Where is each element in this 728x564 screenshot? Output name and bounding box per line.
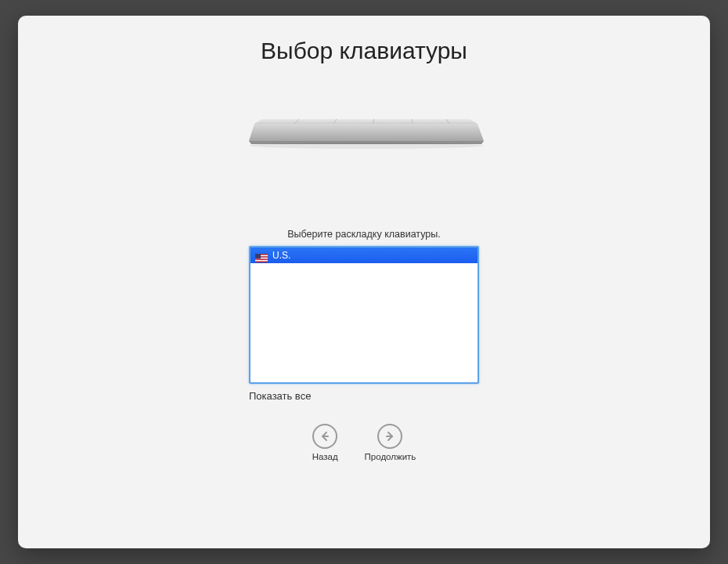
flag-icon-us (255, 251, 268, 260)
page-title: Выбор клавиатуры (261, 38, 467, 64)
keyboard-layout-list[interactable]: U.S. (249, 246, 479, 384)
svg-point-8 (249, 143, 484, 149)
layout-item-label: U.S. (272, 250, 290, 261)
instruction-text: Выберите раскладку клавиатуры. (287, 229, 440, 240)
layout-item-us[interactable]: U.S. (250, 248, 478, 263)
arrow-left-circle-icon (312, 424, 337, 449)
svg-marker-0 (254, 119, 478, 124)
keyboard-illustration (243, 113, 485, 160)
continue-button[interactable]: Продолжить (365, 424, 416, 461)
continue-button-label: Продолжить (365, 452, 416, 461)
navigation-buttons: Назад Продолжить (312, 424, 416, 461)
back-button[interactable]: Назад (312, 424, 338, 461)
setup-assistant-window: Выбор клавиатуры (18, 16, 710, 548)
svg-rect-13 (255, 254, 261, 258)
back-button-label: Назад (312, 452, 338, 461)
svg-rect-12 (255, 259, 268, 261)
svg-marker-6 (249, 124, 484, 141)
arrow-right-circle-icon (377, 424, 402, 449)
show-all-button[interactable]: Показать все (249, 389, 479, 403)
